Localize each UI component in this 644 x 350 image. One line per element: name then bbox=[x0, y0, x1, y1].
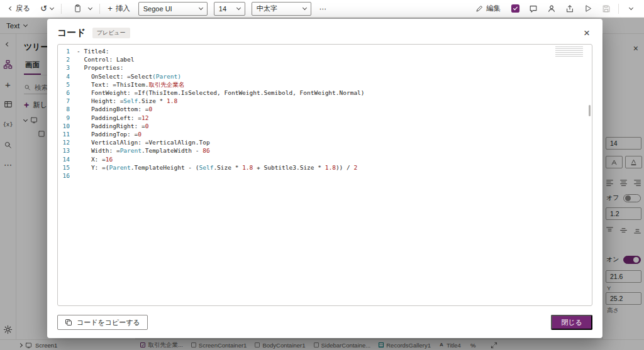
chevron-down-icon bbox=[236, 6, 241, 10]
more-commands-button[interactable]: ⋯ bbox=[315, 1, 331, 16]
code-dialog: コード プレビュー × 1- Title4:2 Control: Label3 … bbox=[47, 19, 602, 338]
edit-button[interactable]: 編集 bbox=[471, 1, 505, 16]
code-editor[interactable]: 1- Title4:2 Control: Label3 Properties:4… bbox=[57, 44, 592, 306]
preview-badge: プレビュー bbox=[92, 28, 130, 38]
font-weight-dropdown[interactable]: 中太字 bbox=[252, 2, 311, 16]
code-line: 2 Control: Label bbox=[58, 55, 592, 63]
divider bbox=[618, 4, 619, 14]
code-line: 12 VerticalAlign: =VerticalAlign.Top bbox=[58, 138, 592, 146]
code-lines: 1- Title4:2 Control: Label3 Properties:4… bbox=[58, 47, 592, 180]
code-line: 9 PaddingLeft: =12 bbox=[58, 114, 592, 122]
divider bbox=[61, 4, 62, 14]
chevron-down-icon bbox=[50, 6, 54, 10]
code-line: 16 bbox=[58, 172, 592, 180]
more-chevron-icon[interactable] bbox=[623, 1, 639, 16]
chevron-down-icon bbox=[88, 6, 92, 10]
code-line: 3 Properties: bbox=[58, 63, 592, 72]
app-checker-icon[interactable] bbox=[507, 1, 523, 16]
more-icon: ⋯ bbox=[319, 4, 327, 13]
command-bar: 戻る ↺ + 挿入 Segoe UI 14 中太字 ⋯ 編集 bbox=[0, 0, 644, 18]
copy-code-button[interactable]: コードをコピーする bbox=[57, 315, 148, 330]
scrollbar-thumb[interactable] bbox=[589, 105, 591, 116]
share-icon[interactable] bbox=[562, 1, 578, 16]
copy-code-label: コードをコピーする bbox=[77, 318, 140, 327]
undo-icon: ↺ bbox=[40, 4, 47, 13]
code-line: 14 X: =16 bbox=[58, 155, 592, 163]
divider bbox=[99, 4, 100, 14]
close-icon[interactable]: × bbox=[581, 28, 592, 38]
comments-icon[interactable] bbox=[525, 1, 541, 16]
code-line: 13 Width: =Parent.TemplateWidth - 86 bbox=[58, 146, 592, 155]
back-label: 戻る bbox=[16, 4, 30, 13]
code-line: 6 FontWeight: =If(ThisItem.IsSelected, F… bbox=[58, 89, 592, 97]
code-line: 1- Title4: bbox=[58, 47, 592, 55]
code-line: 11 PaddingTop: =0 bbox=[58, 130, 592, 138]
insert-button[interactable]: + 挿入 bbox=[103, 1, 135, 16]
dialog-footer: コードをコピーする 閉じる bbox=[57, 315, 592, 330]
font-family-value: Segoe UI bbox=[143, 5, 172, 13]
back-button[interactable]: 戻る bbox=[5, 1, 35, 16]
chevron-left-icon bbox=[9, 6, 13, 11]
dialog-title: コード bbox=[57, 27, 86, 39]
undo-button[interactable]: ↺ bbox=[36, 1, 58, 16]
code-line: 5 Text: =ThisItem.取引先企業名 bbox=[58, 80, 592, 89]
close-button[interactable]: 閉じる bbox=[551, 315, 592, 330]
dialog-header: コード プレビュー × bbox=[57, 27, 592, 39]
insert-label: 挿入 bbox=[116, 4, 130, 13]
code-line: 10 PaddingRight: =0 bbox=[58, 122, 592, 130]
clipboard-icon bbox=[69, 1, 86, 16]
paste-button[interactable] bbox=[65, 1, 96, 16]
code-line: 8 PaddingBottom: =0 bbox=[58, 105, 592, 113]
edit-label: 編集 bbox=[486, 4, 501, 13]
font-size-value: 14 bbox=[219, 5, 226, 13]
font-weight-value: 中太字 bbox=[257, 4, 277, 13]
code-line: 4 OnSelect: =Select(Parent) bbox=[58, 72, 592, 80]
font-size-dropdown[interactable]: 14 bbox=[214, 2, 245, 16]
plus-icon: + bbox=[108, 4, 113, 13]
chevron-down-icon bbox=[303, 6, 307, 10]
copy-icon bbox=[65, 319, 72, 326]
pencil-icon bbox=[475, 5, 483, 13]
code-line: 7 Height: =Self.Size * 1.8 bbox=[58, 97, 592, 105]
chevron-down-icon bbox=[199, 6, 203, 10]
close-button-label: 閉じる bbox=[561, 318, 582, 327]
preview-play-icon[interactable] bbox=[580, 1, 596, 16]
code-line: 15 Y: =(Parent.TemplateHeight - (Self.Si… bbox=[58, 163, 592, 172]
font-family-dropdown[interactable]: Segoe UI bbox=[138, 2, 208, 16]
save-icon[interactable] bbox=[598, 1, 614, 16]
coauthors-icon[interactable] bbox=[543, 1, 560, 16]
minimap[interactable] bbox=[555, 46, 583, 57]
